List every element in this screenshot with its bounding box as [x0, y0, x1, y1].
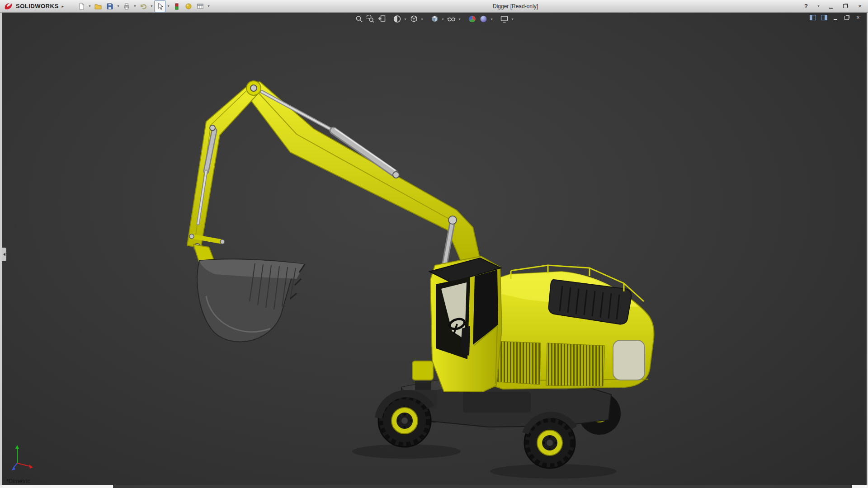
doc-close-button[interactable]: ×	[854, 14, 862, 22]
panel-collapse-tab[interactable]	[2, 248, 6, 261]
heads-up-toolbar: ▾ ▾ ▾ ▾	[354, 14, 515, 24]
appearance-ball-icon	[185, 3, 192, 10]
side-grilles	[495, 341, 605, 386]
zoom-to-fit-button[interactable]	[354, 14, 364, 24]
save-icon	[106, 3, 113, 10]
collapse-arrow-icon	[3, 253, 5, 256]
select-dropdown-arrow[interactable]: ▾	[166, 4, 171, 8]
window-controls: ? ▾ ×	[802, 0, 864, 12]
section-view-button[interactable]	[392, 14, 402, 24]
doc-restore-button[interactable]	[843, 14, 851, 22]
help-button[interactable]: ?	[802, 2, 811, 11]
brand-name: SOLIDWORKS	[16, 3, 59, 9]
rebuild-icon	[173, 3, 180, 10]
ground-shadow	[352, 444, 617, 479]
title-bar: SOLIDWORKS ▸ ▾	[0, 0, 868, 13]
doc-restore-icon	[844, 16, 849, 20]
cab[interactable]	[412, 256, 502, 392]
feature-pane-right-icon	[821, 15, 827, 20]
select-tool-button[interactable]	[154, 0, 166, 12]
bucket[interactable]	[193, 244, 305, 342]
feature-pane-left-button[interactable]	[809, 14, 817, 22]
zoom-to-fit-icon	[355, 15, 363, 23]
graphics-viewport[interactable]: ▾ ▾ ▾ ▾	[2, 12, 867, 485]
menu-expand-arrow[interactable]: ▸	[62, 4, 64, 9]
feature-pane-right-button[interactable]	[820, 14, 828, 22]
edit-appearance-button[interactable]	[467, 14, 477, 24]
apply-scene-dropdown-arrow[interactable]: ▾	[489, 17, 494, 21]
restore-icon	[843, 4, 848, 8]
apply-scene-button[interactable]	[478, 14, 489, 24]
status-bar	[0, 485, 868, 488]
solidworks-logo-icon	[4, 2, 14, 10]
open-button[interactable]	[92, 0, 104, 12]
status-bar-message-area	[113, 485, 852, 488]
select-arrow-icon	[156, 3, 164, 10]
view-orientation-button[interactable]	[408, 14, 419, 24]
document-window-controls: ×	[809, 14, 862, 22]
save-dropdown-arrow[interactable]: ▾	[116, 4, 121, 8]
main-toolbar: ▾ ▾ ▾	[75, 0, 211, 12]
save-button[interactable]	[104, 0, 116, 12]
solidworks-window: SOLIDWORKS ▸ ▾	[0, 0, 868, 488]
print-dropdown-arrow[interactable]: ▾	[132, 4, 137, 8]
apply-scene-icon	[479, 15, 487, 23]
doc-minimize-icon	[834, 19, 837, 20]
new-document-icon	[78, 3, 85, 10]
minimize-button[interactable]	[826, 2, 835, 11]
doc-minimize-button[interactable]	[831, 14, 840, 22]
rebuild-button[interactable]	[171, 0, 183, 12]
undo-button[interactable]	[137, 0, 149, 12]
edit-appearance-icon	[468, 15, 476, 23]
print-icon	[123, 3, 130, 10]
display-style-button[interactable]	[429, 14, 440, 24]
view-settings-dropdown-arrow[interactable]: ▾	[510, 17, 515, 21]
restore-button[interactable]	[841, 2, 850, 11]
orientation-label: *Dimetric	[6, 478, 30, 484]
hide-show-items-icon	[447, 15, 455, 23]
close-button[interactable]: ×	[855, 2, 864, 11]
new-dropdown-arrow[interactable]: ▾	[87, 4, 92, 8]
window-title: Digger [Read-only]	[493, 3, 538, 9]
view-orientation-icon	[410, 15, 418, 23]
view-settings-button[interactable]	[499, 14, 509, 24]
view-orientation-dropdown-arrow[interactable]: ▾	[420, 17, 425, 21]
window-edge-left	[0, 12, 2, 485]
orientation-triad-icon	[11, 442, 38, 471]
undo-dropdown-arrow[interactable]: ▾	[149, 4, 154, 8]
print-button[interactable]	[121, 0, 132, 12]
zoom-to-area-button[interactable]	[365, 14, 376, 24]
design-table-button[interactable]	[194, 0, 206, 12]
design-table-dropdown-arrow[interactable]: ▾	[206, 4, 211, 8]
brand: SOLIDWORKS ▸	[0, 2, 67, 10]
minimize-icon	[829, 8, 833, 9]
end-panel	[613, 340, 645, 380]
design-table-icon	[197, 3, 204, 10]
appearance-button[interactable]	[183, 0, 194, 12]
previous-view-icon	[377, 15, 386, 23]
section-view-dropdown-arrow[interactable]: ▾	[403, 17, 408, 21]
help-dropdown-arrow[interactable]: ▾	[816, 4, 821, 8]
display-style-dropdown-arrow[interactable]: ▾	[440, 17, 445, 21]
hide-show-items-button[interactable]	[446, 14, 457, 24]
undo-icon	[140, 3, 147, 10]
open-folder-icon	[94, 3, 102, 10]
boom[interactable]	[246, 82, 480, 262]
section-view-icon	[393, 15, 401, 23]
display-style-icon	[430, 15, 439, 23]
excavator-model[interactable]	[2, 12, 867, 485]
zoom-to-area-icon	[366, 15, 374, 23]
hide-show-dropdown-arrow[interactable]: ▾	[457, 17, 462, 21]
feature-pane-left-icon	[810, 15, 816, 20]
previous-view-button[interactable]	[376, 14, 387, 24]
help-icon: ?	[804, 3, 808, 9]
view-settings-icon	[500, 15, 508, 23]
new-document-button[interactable]	[75, 0, 87, 12]
